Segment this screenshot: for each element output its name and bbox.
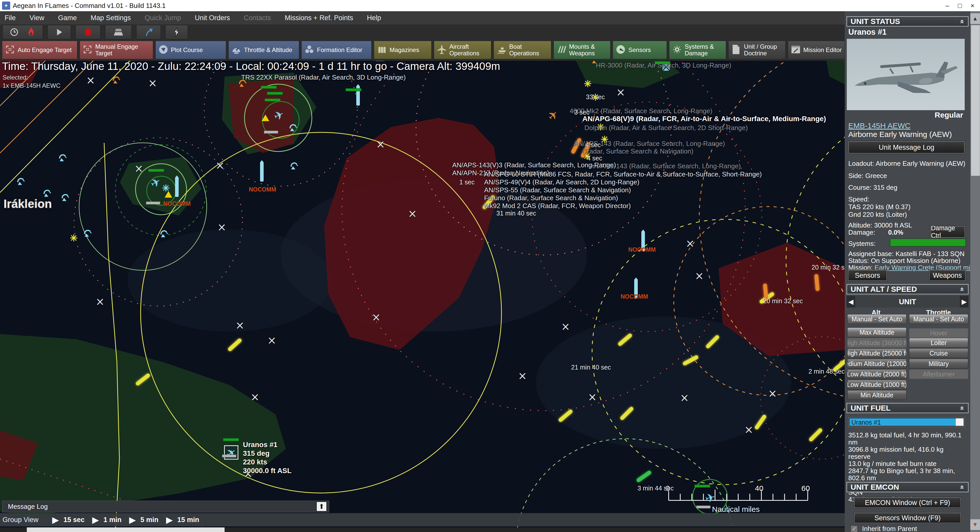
ribbon-magazines[interactable]: Magazines	[374, 41, 431, 59]
collapse-icon[interactable]: «	[958, 19, 966, 24]
menu-game[interactable]: Game	[58, 14, 77, 22]
scroll-up-icon[interactable]: ▲	[970, 13, 980, 24]
time-step-15-sec[interactable]: 15 sec	[64, 516, 85, 524]
fuel-line: 3096.8 kg mission fuel, 416.0 kg reserve	[848, 446, 965, 460]
scale-tick-label: 40	[755, 484, 763, 493]
btn-low-altitude-2000-ft-[interactable]: Low Altitude (2000 ft)	[847, 369, 907, 379]
record-button[interactable]	[76, 25, 100, 39]
sensors-button[interactable]: Sensors	[848, 270, 887, 281]
ribbon-aircraft-operations[interactable]: Aircraft Operations	[434, 41, 491, 59]
scroll-down-icon[interactable]: ▼	[970, 519, 980, 530]
ribbon-mounts-weapons[interactable]: Mounts & Weapons	[554, 41, 611, 59]
dish-marker[interactable]	[289, 124, 298, 132]
dish-marker[interactable]	[112, 76, 121, 84]
damage-ctrl-button[interactable]: Damage Ctrl	[931, 226, 965, 238]
btn-max-altitude[interactable]: Max Altitude	[847, 327, 907, 337]
dish-marker[interactable]	[43, 190, 51, 197]
jump-button[interactable]	[136, 25, 161, 39]
ribbon-throttle-altitude[interactable]: Throttle & Altitude	[228, 41, 299, 59]
close-button[interactable]: ×	[970, 2, 974, 10]
quick-action-button[interactable]	[165, 25, 188, 39]
missile-marker[interactable]	[175, 175, 179, 197]
cross-marker: ×	[372, 312, 380, 322]
cross-marker: ×	[588, 392, 597, 402]
ribbon-formation-editor[interactable]: Formation Editor	[301, 41, 372, 59]
tactical-map[interactable]: 04060Nautical miles×××××××××××××××××××××…	[0, 0, 845, 532]
missile-marker[interactable]	[260, 160, 264, 182]
menu-unit-orders[interactable]: Unit Orders	[195, 14, 230, 22]
menu-map-settings[interactable]: Map Settings	[91, 14, 131, 22]
play-button[interactable]	[48, 25, 71, 39]
dish-marker[interactable]	[83, 230, 92, 237]
scrollbar-thumb[interactable]	[27, 527, 224, 532]
unit-emcon-header[interactable]: UNIT EMCON «	[846, 482, 969, 492]
star-marker[interactable]	[70, 234, 78, 242]
menu-view[interactable]: View	[30, 14, 45, 22]
ribbon-unit-group-doctrine[interactable]: Unit / Group Doctrine	[729, 41, 785, 59]
dish-marker[interactable]	[159, 230, 168, 238]
btn-manual-set-auto[interactable]: Manual - Set Auto	[847, 314, 907, 324]
sensor-dim-label: Dolphin (Radar, Air & Surface Search, 2D…	[584, 124, 748, 132]
ribbon-boat-operations[interactable]: Boat Operations	[493, 41, 551, 59]
star-marker[interactable]	[162, 184, 170, 192]
emcon-window-button[interactable]: EMCON Window (Ctrl + F9)	[854, 497, 961, 508]
bridge-view-button[interactable]	[105, 25, 132, 39]
maximize-button[interactable]: □	[958, 2, 962, 10]
ribbon-auto-engage-target[interactable]: Auto Engage Target	[2, 41, 77, 59]
unit-status-header[interactable]: UNIT STATUS «	[846, 16, 969, 27]
ribbon-sensors[interactable]: Sensors	[613, 41, 667, 59]
side-line: Side: Greece	[848, 172, 887, 180]
btn-cruise[interactable]: Cruise	[909, 348, 968, 358]
time-compression-button[interactable]	[3, 25, 43, 39]
btn-military[interactable]: Military	[909, 359, 968, 368]
collapse-icon[interactable]: «	[958, 485, 966, 489]
unit-fuel-header[interactable]: UNIT FUEL «	[846, 403, 969, 413]
unit-message-log-button[interactable]: Unit Message Log	[848, 141, 965, 154]
unit-emcon-title: UNIT EMCON	[851, 483, 899, 491]
time-step-15-min[interactable]: 15 min	[177, 516, 199, 524]
btn-low-altitude-1000-ft-[interactable]: Low Altitude (1000 ft)	[847, 380, 907, 389]
dish-marker[interactable]	[58, 154, 67, 162]
collapse-icon[interactable]: «	[958, 406, 966, 410]
btn-high-altitude-25000-ft-[interactable]: High Altitude (25000 ft)	[847, 348, 907, 358]
alt-speed-header[interactable]: UNIT ALT / SPEED «	[846, 284, 969, 294]
weapons-button[interactable]: Weapons	[929, 270, 966, 281]
menu-file[interactable]: File	[5, 14, 16, 22]
ribbon-mission-editor[interactable]: Mission Editor	[788, 41, 845, 59]
btn-medium-altitude-12000-ft-[interactable]: Medium Altitude (12000 ft)	[847, 359, 907, 368]
checkbox-checked-icon[interactable]: ✓	[850, 525, 858, 532]
ribbon-toolbar: Auto Engage TargetManual Engage TargetPl…	[0, 40, 845, 61]
gbar-marker	[265, 99, 280, 102]
dish-marker[interactable]	[16, 178, 25, 186]
scrollbar-thumb[interactable]	[971, 25, 980, 176]
sidebar-scrollbar[interactable]: ▲ ▼	[970, 11, 980, 532]
dish-marker[interactable]	[290, 162, 298, 170]
inherit-from-parent-row[interactable]: ✓ Inherit from Parent	[850, 525, 917, 532]
time-step-1-min[interactable]: 1 min	[103, 516, 121, 524]
unit-class-link[interactable]: EMB-145H AEWC	[848, 121, 910, 130]
minimize-button[interactable]: –	[945, 2, 949, 10]
fuel-gauge: Uranos #1	[849, 418, 964, 426]
collapse-icon[interactable]: «	[958, 287, 966, 292]
message-log-expand-button[interactable]: ⬆	[316, 502, 327, 511]
menu-missions-ref-points[interactable]: Missions + Ref. Points	[285, 14, 353, 22]
ribbon-plot-course[interactable]: Plot Course	[156, 41, 226, 59]
btn-manual-set-auto[interactable]: Manual - Set Auto	[909, 314, 968, 324]
message-log-bar[interactable]: Message Log ⬆	[2, 501, 329, 512]
menu-help[interactable]: Help	[367, 14, 381, 22]
missile-marker[interactable]	[356, 84, 360, 106]
gbar-marker	[261, 86, 277, 89]
scope-next-button[interactable]: ▶	[960, 296, 969, 308]
aircraft-icon	[437, 44, 447, 56]
scope-prev-button[interactable]: ◀	[846, 296, 855, 308]
ribbon-label: Magazines	[390, 47, 419, 53]
ribbon-manual-engage-target[interactable]: Manual Engage Target	[80, 41, 153, 59]
btn-loiter[interactable]: Loiter	[909, 338, 968, 348]
star-marker[interactable]	[584, 80, 592, 87]
dish-marker[interactable]	[61, 194, 69, 202]
time-step-5-min[interactable]: 5 min	[140, 516, 159, 524]
map-horizontal-scrollbar[interactable]	[0, 527, 845, 532]
sensors-window-button[interactable]: Sensors Window (F9)	[854, 513, 961, 523]
ribbon-systems-damage[interactable]: Systems & Damage	[669, 41, 726, 59]
btn-min-altitude[interactable]: Min Altitude	[847, 390, 907, 400]
